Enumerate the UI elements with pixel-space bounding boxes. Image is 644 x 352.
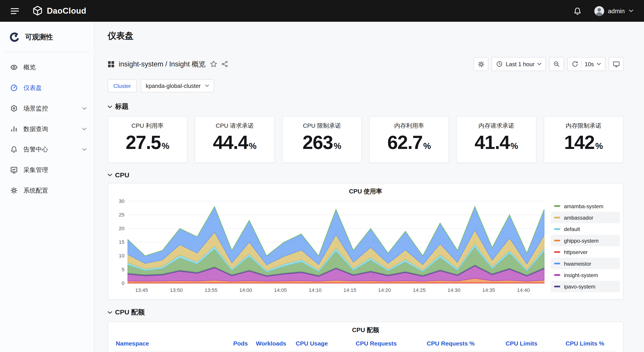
user-menu[interactable]: admin <box>594 5 633 16</box>
alert-bell-icon <box>10 146 18 153</box>
time-range-picker[interactable]: Last 1 hour <box>492 57 546 71</box>
cpu-quota-table: NamespacePodsWorkloadsCPU UsageCPU Reque… <box>115 337 617 352</box>
insight-logo-icon <box>9 31 20 43</box>
share-icon[interactable] <box>221 61 228 67</box>
legend-item-httpserver[interactable]: httpserver <box>551 246 620 258</box>
legend-color-swatch <box>554 228 560 230</box>
legend-item-ipavo-system[interactable]: ipavo-system <box>551 281 620 292</box>
quota-table-row: skoala-system440.290.3097.56%6.004.88% <box>115 351 617 352</box>
time-range-label: Last 1 hour <box>506 61 534 67</box>
sidebar-item-2[interactable]: 场景监控 <box>0 98 94 119</box>
quota-column-header[interactable]: CPU Requests % <box>426 337 504 351</box>
stat-card-value: 62.7% <box>370 131 449 153</box>
dashboard-icon <box>10 84 18 91</box>
svg-text:0: 0 <box>122 280 124 286</box>
section-cpu-quota-header[interactable]: CPU 配额 <box>108 308 624 317</box>
svg-text:13:50: 13:50 <box>170 287 182 293</box>
stat-card-value: 142% <box>544 131 623 153</box>
chart-title: CPU 使用率 <box>111 188 620 195</box>
quota-column-header[interactable]: CPU Limits % <box>565 337 617 351</box>
stat-card-unit: % <box>423 141 431 150</box>
stat-card-unit: % <box>162 141 169 150</box>
chart-legend: amamba-systemambassadordefaultghippo-sys… <box>551 200 620 297</box>
sidebar-nav: 概览仪表盘场景监控数据查询告警中心采集管理系统配置 <box>0 52 94 201</box>
svg-text:14:15: 14:15 <box>344 287 356 293</box>
quota-column-header[interactable]: CPU Requests <box>355 337 426 351</box>
section-stats-title: 标题 <box>115 102 129 111</box>
quota-table-cell: 4.88% <box>565 351 617 352</box>
legend-color-swatch <box>554 240 560 241</box>
refresh-interval-picker[interactable]: 10s <box>568 57 606 71</box>
quota-column-header[interactable]: Pods <box>232 337 255 351</box>
sidebar-item-1[interactable]: 仪表盘 <box>0 78 94 98</box>
svg-text:14:00: 14:00 <box>239 287 252 293</box>
legend-label: ipavo-system <box>564 283 596 290</box>
sidebar-item-0[interactable]: 概览 <box>0 57 94 78</box>
notifications-bell-icon[interactable] <box>574 7 582 15</box>
legend-color-swatch <box>554 274 560 276</box>
data-query-icon <box>10 125 18 133</box>
legend-item-ambassador[interactable]: ambassador <box>551 212 620 223</box>
sidebar-item-3[interactable]: 数据查询 <box>0 118 94 139</box>
menu-icon[interactable] <box>11 7 19 14</box>
sidebar-item-5[interactable]: 采集管理 <box>0 160 94 180</box>
section-stats-header[interactable]: 标题 <box>108 102 624 111</box>
svg-text:13:45: 13:45 <box>135 287 148 293</box>
stat-card-title: 内存请求承诺 <box>457 122 536 130</box>
legend-item-default[interactable]: default <box>551 223 620 235</box>
stat-card-unit: % <box>595 141 603 150</box>
cluster-select-value: kpanda-global-cluster <box>146 82 201 89</box>
refresh-interval-label: 10s <box>585 61 594 67</box>
dashboard-header-row: insight-system / Insight 概览 Last 1 hour <box>108 57 624 71</box>
stat-card-value: 27.5% <box>108 131 187 153</box>
quota-table-cell: 97.56% <box>426 351 504 352</box>
quota-table-cell: 0.29 <box>295 351 355 352</box>
legend-item-ghippo-system[interactable]: ghippo-system <box>551 235 620 246</box>
zoom-out-button[interactable] <box>549 57 564 71</box>
legend-item-insight-system[interactable]: insight-system <box>551 269 620 281</box>
page-title: 仪表盘 <box>108 30 624 41</box>
panel-settings-button[interactable] <box>474 57 488 71</box>
quota-column-header[interactable]: Namespace <box>115 337 232 351</box>
chevron-down-icon <box>108 311 112 314</box>
collect-manage-icon <box>10 166 18 174</box>
quota-column-header[interactable]: CPU Usage <box>295 337 355 351</box>
sidebar-item-label: 采集管理 <box>24 166 48 174</box>
stat-card-title: CPU 请求承诺 <box>195 122 274 130</box>
legend-item-amamba-system[interactable]: amamba-system <box>551 200 620 212</box>
dashboard-breadcrumb[interactable]: insight-system / Insight 概览 <box>108 59 228 69</box>
sidebar: 可观测性 概览仪表盘场景监控数据查询告警中心采集管理系统配置 <box>0 22 94 352</box>
avatar-icon <box>594 5 604 16</box>
quota-table-cell: 4 <box>255 351 295 352</box>
cpu-quota-panel: CPU 配额 NamespacePodsWorkloadsCPU UsageCP… <box>108 322 624 352</box>
stat-card-title: CPU 利用率 <box>108 122 187 130</box>
legend-item-hwameistor[interactable]: hwameistor <box>551 258 620 269</box>
brand-name: DaoCloud <box>47 6 86 16</box>
svg-text:14:35: 14:35 <box>482 287 495 293</box>
legend-label: insight-system <box>564 272 598 278</box>
svg-text:15: 15 <box>119 239 125 245</box>
product-name: 可观测性 <box>25 32 53 42</box>
star-icon[interactable] <box>210 60 217 68</box>
stat-card-value: 41.4% <box>457 131 536 153</box>
grid-icon <box>108 61 114 67</box>
chevron-down-icon <box>205 84 209 87</box>
svg-text:30: 30 <box>119 198 125 204</box>
sidebar-item-4[interactable]: 告警中心 <box>0 139 94 160</box>
tv-mode-button[interactable] <box>609 57 624 71</box>
chevron-down-icon <box>82 148 86 151</box>
quota-column-header[interactable]: CPU Limits <box>505 337 565 351</box>
product-switcher[interactable]: 可观测性 <box>0 22 94 52</box>
legend-label: httpserver <box>564 249 588 255</box>
cluster-select[interactable]: kpanda-global-cluster <box>141 79 214 92</box>
svg-text:25: 25 <box>119 212 125 218</box>
cpu-usage-panel: CPU 使用率 05101520253013:4513:5013:5514:00… <box>108 183 624 300</box>
sidebar-item-label: 概览 <box>24 63 36 71</box>
sidebar-item-6[interactable]: 系统配置 <box>0 180 94 201</box>
quota-column-header[interactable]: Workloads <box>255 337 295 351</box>
clock-icon <box>496 61 503 67</box>
section-cpu-header[interactable]: CPU <box>108 171 624 179</box>
svg-text:14:40: 14:40 <box>517 287 530 293</box>
stat-card-value: 44.4% <box>195 131 274 153</box>
stat-card-unit: % <box>510 141 518 150</box>
